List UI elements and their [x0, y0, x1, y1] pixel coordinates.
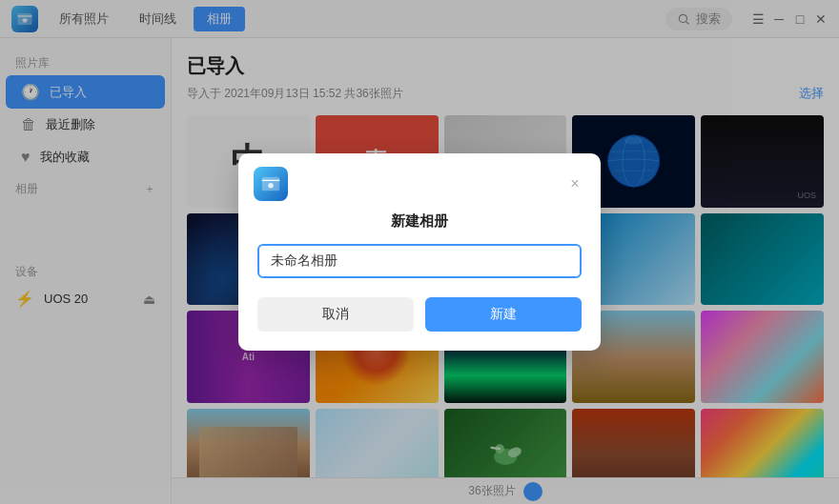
new-album-modal: × 新建相册 取消 新建: [238, 153, 601, 351]
modal-body: 取消 新建: [238, 244, 601, 351]
svg-point-10: [268, 183, 274, 189]
modal-close-button[interactable]: ×: [564, 173, 585, 194]
create-button[interactable]: 新建: [425, 297, 582, 332]
modal-title: 新建相册: [238, 201, 601, 244]
modal-header: ×: [238, 153, 601, 201]
cancel-button[interactable]: 取消: [257, 297, 414, 332]
photos-icon: [260, 173, 281, 194]
modal-overlay: × 新建相册 取消 新建: [0, 0, 839, 504]
modal-app-icon: [254, 167, 288, 201]
album-name-input[interactable]: [257, 244, 582, 278]
modal-actions: 取消 新建: [257, 297, 582, 332]
